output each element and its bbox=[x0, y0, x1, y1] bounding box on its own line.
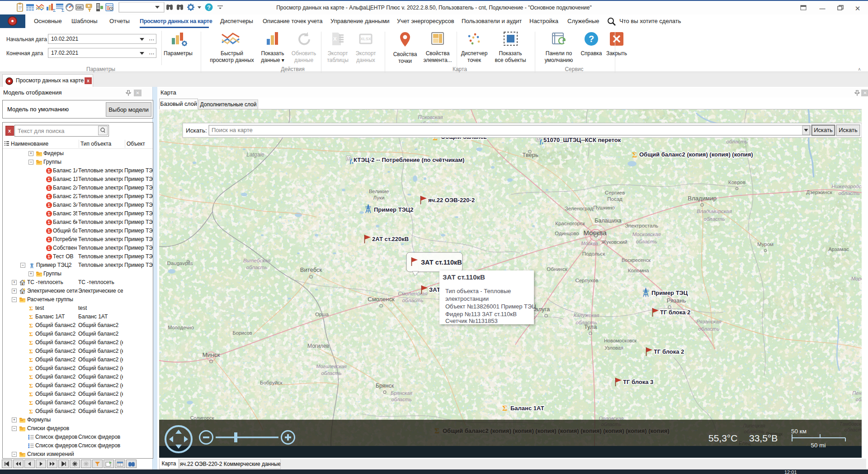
svg-text:область: область bbox=[246, 265, 268, 270]
svg-text:Искать:: Искать: bbox=[186, 127, 207, 134]
svg-text:Московская: Московская bbox=[632, 232, 660, 237]
svg-text:X: X bbox=[333, 36, 337, 42]
svg-text:ТГ блока 3: ТГ блока 3 bbox=[623, 379, 653, 385]
svg-text:Тверь: Тверь bbox=[522, 152, 538, 158]
svg-text:Подольск: Подольск bbox=[582, 251, 606, 256]
svg-text:Калужская: Калужская bbox=[574, 313, 599, 318]
svg-text:Счетчик №1131853: Счетчик №1131853 bbox=[445, 318, 498, 324]
svg-text:ЗАТ: ЗАТ bbox=[429, 286, 440, 293]
svg-text:Рязанская: Рязанская bbox=[696, 319, 721, 324]
svg-text:Орша: Орша bbox=[315, 312, 329, 317]
svg-text:ТГ блока 2: ТГ блока 2 bbox=[660, 309, 690, 316]
svg-text:ЗАТ ст.110кВ: ЗАТ ст.110кВ bbox=[443, 273, 485, 281]
svg-text:область: область bbox=[704, 216, 725, 222]
svg-text:область: область bbox=[321, 370, 342, 376]
svg-text:Брянская: Брянская bbox=[391, 390, 412, 396]
svg-text:Муром: Муром bbox=[757, 242, 774, 247]
svg-text:электростанции: электростанции bbox=[445, 295, 489, 302]
svg-text:Посад: Посад bbox=[607, 196, 623, 202]
svg-text:Москва: Москва bbox=[581, 241, 598, 246]
svg-text:Минск: Минск bbox=[203, 351, 220, 358]
svg-text:Тип объекта - Тепловые: Тип объекта - Тепловые bbox=[445, 288, 511, 294]
svg-text:Брянск: Брянск bbox=[376, 383, 394, 389]
svg-text:ЗАТ ст.110кВ: ЗАТ ст.110кВ bbox=[421, 259, 462, 266]
svg-text:Балашиха: Балашиха bbox=[594, 218, 622, 224]
svg-text:КТЭЦ-2 -- Потребление (по счёт: КТЭЦ-2 -- Потребление (по счётчикам) bbox=[354, 156, 464, 163]
svg-text:Бобруйск: Бобруйск bbox=[260, 380, 283, 385]
svg-text:Рязань: Рязань bbox=[667, 297, 686, 304]
svg-text:Σ: Σ bbox=[502, 404, 507, 412]
svg-text:Фидер №113 ЗАТ ст.110кВ: Фидер №113 ЗАТ ст.110кВ bbox=[445, 311, 517, 318]
svg-text:Москва: Москва bbox=[583, 229, 607, 237]
svg-text:Красногорск: Красногорск bbox=[555, 221, 585, 226]
svg-text:?: ? bbox=[589, 34, 594, 44]
svg-text:Мордо: Мордо bbox=[851, 276, 862, 281]
svg-text:XLSX: XLSX bbox=[360, 37, 371, 41]
svg-text:Смоленская: Смоленская bbox=[398, 291, 427, 296]
svg-text:33,5°B: 33,5°B bbox=[749, 433, 778, 443]
svg-text:Узловая: Узловая bbox=[604, 345, 623, 351]
svg-text:50 км: 50 км bbox=[791, 428, 807, 435]
svg-text:Витебская: Витебская bbox=[243, 258, 270, 263]
svg-text:Общий баланс2 (копия) (копия): Общий баланс2 (копия) (копия) (копия) bbox=[639, 151, 753, 158]
svg-text:область: область bbox=[726, 139, 748, 144]
svg-text:Искать: Искать bbox=[814, 127, 833, 133]
svg-text:Баланс 1АТ: Баланс 1АТ bbox=[510, 405, 544, 412]
svg-text:50 mi: 50 mi bbox=[811, 442, 826, 449]
svg-text:область: область bbox=[839, 190, 860, 196]
svg-text:Пример ТЭЦ2: Пример ТЭЦ2 bbox=[374, 206, 414, 213]
svg-text:Одинцово: Одинцово bbox=[555, 231, 579, 236]
svg-text:Владимирская: Владимирская bbox=[697, 209, 732, 214]
svg-text:Пенз: Пенз bbox=[852, 390, 862, 396]
svg-text:Обнинск: Обнинск bbox=[547, 266, 567, 272]
svg-text:Пушкино: Пушкино bbox=[593, 205, 614, 210]
svg-text:Ковров: Ковров bbox=[728, 180, 745, 185]
svg-text:Сергиев: Сергиев bbox=[605, 190, 625, 195]
svg-text:Воскресенск: Воскресенск bbox=[622, 257, 651, 263]
svg-text:Σ: Σ bbox=[632, 151, 637, 159]
svg-text:Могилев: Могилев bbox=[307, 343, 329, 349]
svg-text:Зеленоград: Зеленоград bbox=[565, 206, 594, 211]
svg-text:Великие: Великие bbox=[369, 189, 389, 194]
svg-text:Молодечно: Молодечно bbox=[168, 325, 194, 330]
svg-text:Луки: Луки bbox=[373, 195, 385, 200]
svg-text:Дзержинск: Дзержинск bbox=[806, 190, 832, 195]
svg-text:яч.22 ОЭВ-220-2: яч.22 ОЭВ-220-2 bbox=[428, 197, 475, 204]
svg-text:2АТ ст.220кВ: 2АТ ст.220кВ bbox=[372, 236, 409, 242]
svg-text:Владимир: Владимир bbox=[688, 195, 717, 202]
svg-text:область: область bbox=[636, 239, 657, 244]
svg-text:Жуковский: Жуковский bbox=[601, 239, 627, 245]
svg-text:Арзамас: Арзамас bbox=[828, 246, 849, 252]
svg-text:Псковская: Псковская bbox=[418, 114, 443, 120]
svg-text:Поиск на карте: Поиск на карте bbox=[212, 127, 253, 133]
svg-text:область: область bbox=[402, 298, 424, 303]
svg-text:Витебск: Витебск bbox=[300, 266, 322, 273]
svg-text:область: область bbox=[698, 326, 720, 332]
svg-text:Электросталь: Электросталь bbox=[625, 223, 658, 228]
svg-text:Объект №13826001 Пример ТЭЦ: Объект №13826001 Пример ТЭЦ bbox=[445, 303, 536, 310]
svg-text:область: область bbox=[392, 397, 412, 402]
svg-text:Искать: Искать bbox=[839, 127, 858, 133]
svg-text:ТГ блока 2: ТГ блока 2 bbox=[654, 348, 684, 355]
svg-text:Тула: Тула bbox=[584, 323, 597, 330]
svg-text:Борисов: Борисов bbox=[232, 330, 252, 336]
svg-text:Latgale: Latgale bbox=[246, 152, 264, 158]
svg-text:Серпухов: Серпухов bbox=[575, 278, 598, 283]
svg-text:Смоленск: Смоленск bbox=[368, 296, 395, 303]
svg-text:Пример ТЭЦ: Пример ТЭЦ bbox=[651, 289, 688, 296]
svg-text:Новомосковск: Новомосковск bbox=[604, 338, 637, 343]
svg-text:Нижегородск: Нижегородск bbox=[831, 184, 862, 189]
svg-text:Коломна: Коломна bbox=[628, 268, 649, 273]
svg-text:55,3°C: 55,3°C bbox=[708, 433, 737, 443]
svg-text:обл: обл bbox=[856, 397, 862, 402]
svg-text:Могилевская: Могилевская bbox=[316, 364, 346, 369]
